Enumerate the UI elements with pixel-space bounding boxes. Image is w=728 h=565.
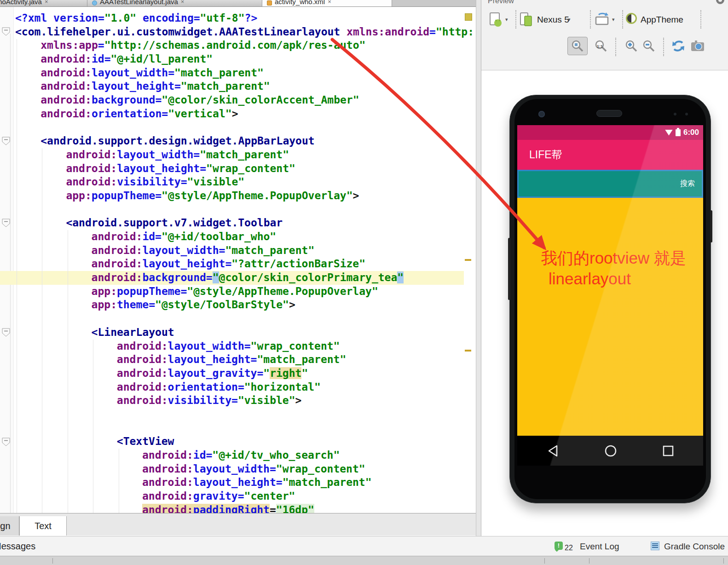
fold-marker-icon[interactable] [2, 137, 10, 145]
close-icon[interactable]: × [45, 0, 48, 5]
code-line[interactable]: <?xml version="1.0" encoding="utf-8"?> [15, 12, 476, 25]
code-line[interactable]: android:layout_gravity="right" [15, 367, 476, 381]
code-line[interactable]: android:layout_height="match_parent" [15, 353, 476, 367]
code-line[interactable]: android:orientation="horizontal" [15, 381, 476, 394]
preview-canvas: 6:00 LIFE帮 搜索 我们的rootview 就是 linearlayou… [481, 70, 728, 536]
tab-label: AAATestLinearlayout.java [100, 0, 178, 6]
editor-pane: WhoActivity.java × AAATestLinearlayout.j… [0, 0, 476, 513]
event-log-balloon-icon[interactable]: ! [555, 542, 563, 550]
one-to-one-label: 1:1 [597, 44, 603, 49]
wifi-icon [665, 130, 673, 136]
code-line[interactable]: android:orientation="vertical"> [15, 107, 476, 121]
code-line[interactable]: android:layout_width="match_parent" [15, 66, 476, 80]
divider-grip [589, 558, 589, 564]
code-line[interactable]: android:background="@color/skin_colorPri… [15, 271, 476, 285]
warning-stripe-mark[interactable] [465, 350, 471, 352]
code-line[interactable]: android:layout_height="match_parent" [15, 476, 476, 490]
search-toolbar[interactable]: 搜索 [517, 170, 703, 198]
code-line[interactable]: android:layout_width="wrap_content" [15, 462, 476, 476]
event-log-button[interactable]: Event Log [580, 542, 619, 552]
zoom-to-fit-button[interactable] [567, 37, 588, 55]
code-line[interactable]: android:paddingRight="16dp" [15, 503, 476, 513]
code-line[interactable]: android:id="@+id/tv_who_search" [15, 449, 476, 462]
close-icon[interactable]: × [181, 0, 185, 5]
gradle-console-button[interactable]: Gradle Console [664, 542, 725, 552]
code-line[interactable]: android:id="@+id/toolbar_who" [15, 230, 476, 244]
app-title: LIFE帮 [529, 148, 562, 162]
code-line[interactable]: <TextView [15, 435, 476, 449]
tab-text[interactable]: Text [19, 516, 67, 536]
chevron-down-icon[interactable]: ▾ [505, 17, 508, 23]
code-line[interactable]: app:popupTheme="@style/AppTheme.PopupOve… [15, 189, 476, 203]
code-line[interactable]: android:layout_width="match_parent" [15, 244, 476, 258]
code-line[interactable]: <android.support.design.widget.AppBarLay… [15, 134, 476, 148]
nav-back-icon[interactable] [547, 444, 560, 459]
gradle-console-icon[interactable] [651, 542, 659, 550]
code-line[interactable]: android:layout_height="wrap_content" [15, 162, 476, 176]
zoom-out-button[interactable] [639, 37, 659, 55]
code-line[interactable] [15, 312, 476, 326]
preview-header: Preview [481, 0, 728, 6]
status-clock: 6:00 [683, 128, 699, 137]
code-line[interactable]: <android.support.v7.widget.Toolbar [15, 216, 476, 230]
code-line[interactable]: android:visibility="visible" [15, 175, 476, 189]
code-line[interactable]: app:popupTheme="@style/AppTheme.PopupOve… [15, 285, 476, 299]
code-line[interactable] [15, 421, 476, 435]
design-tab-label: Design [0, 521, 11, 531]
device-screen[interactable]: 6:00 LIFE帮 搜索 我们的rootview 就是 linearlayou… [517, 125, 703, 466]
orientation-icon[interactable] [595, 11, 609, 28]
code-line[interactable] [15, 203, 476, 217]
search-label[interactable]: 搜索 [680, 179, 695, 189]
chevron-down-icon[interactable]: ▾ [612, 17, 615, 23]
code-line[interactable] [15, 408, 476, 421]
warning-stripe-mark[interactable] [465, 259, 471, 261]
code-line[interactable]: <com.lifehelper.ui.customwidget.AAATestL… [15, 25, 476, 39]
code-line[interactable]: android:background="@color/skin_colorAcc… [15, 93, 476, 107]
code-line[interactable]: android:layout_width="match_parent" [15, 148, 476, 162]
code-line[interactable]: android:layout_width="wrap_content" [15, 340, 476, 353]
annotation-text-line1: 我们的rootview 就是 [541, 248, 686, 269]
nav-recents-icon[interactable] [662, 444, 675, 459]
window-bottom-edge [0, 556, 728, 565]
fold-marker-icon[interactable] [2, 328, 10, 337]
close-icon[interactable]: × [328, 0, 331, 5]
toolbar-separator [590, 10, 591, 29]
zoom-actual-size-button[interactable]: 1:1 [591, 37, 611, 55]
fold-marker-icon[interactable] [2, 438, 10, 446]
code-line[interactable]: xmlns:app="http://schemas.android.com/ap… [15, 39, 476, 52]
fold-marker-icon[interactable] [2, 27, 10, 36]
messages-toolwindow-button[interactable]: Messages [0, 541, 35, 552]
code-editor[interactable]: <?xml version="1.0" encoding="utf-8"?><c… [0, 7, 476, 513]
code-line[interactable]: <LinearLayout [15, 326, 476, 340]
refresh-icon[interactable] [668, 37, 688, 55]
code-line[interactable] [15, 121, 476, 135]
editor-tab-bar: WhoActivity.java × AAATestLinearlayout.j… [0, 0, 476, 7]
annotation-text-line2: linearlayout [549, 270, 631, 288]
toolbar-separator [700, 10, 701, 29]
tab-aaatestlinearlayout-java[interactable]: AAATestLinearlayout.java × [87, 0, 262, 7]
tab-whoactivity-java[interactable]: WhoActivity.java × [0, 0, 87, 7]
device-selector[interactable]: Nexus 5 [537, 15, 569, 25]
android-status-bar: 6:00 [517, 125, 703, 140]
tab-design[interactable]: Design [0, 516, 19, 536]
theme-selector[interactable]: AppTheme [641, 15, 683, 25]
code-line[interactable]: android:visibility="visible"> [15, 394, 476, 408]
pane-splitter[interactable] [476, 0, 481, 536]
tab-activity-who-xml[interactable]: activity_who.xml × [262, 0, 392, 7]
text-tab-label: Text [35, 521, 52, 531]
fold-marker-icon[interactable] [2, 219, 10, 227]
code-line[interactable]: android:id="@+id/ll_parent" [15, 52, 476, 66]
code-line[interactable]: android:layout_height="?attr/actionBarSi… [15, 257, 476, 271]
nav-home-icon[interactable] [604, 444, 617, 459]
code-line[interactable]: android:layout_height="match_parent" [15, 80, 476, 93]
screenshot-camera-icon[interactable] [688, 37, 708, 55]
gear-icon[interactable] [716, 0, 724, 4]
volume-button [508, 238, 510, 300]
code-line[interactable]: android:gravity="center" [15, 490, 476, 503]
android-variant-icon[interactable] [489, 12, 503, 29]
chevron-down-icon[interactable]: ▾ [568, 17, 571, 23]
theme-icon [626, 13, 637, 24]
inspection-status-icon[interactable] [465, 13, 472, 21]
code-line[interactable]: app:theme="@style/ToolBarStyle"> [15, 298, 476, 312]
device-icon[interactable] [520, 12, 533, 29]
